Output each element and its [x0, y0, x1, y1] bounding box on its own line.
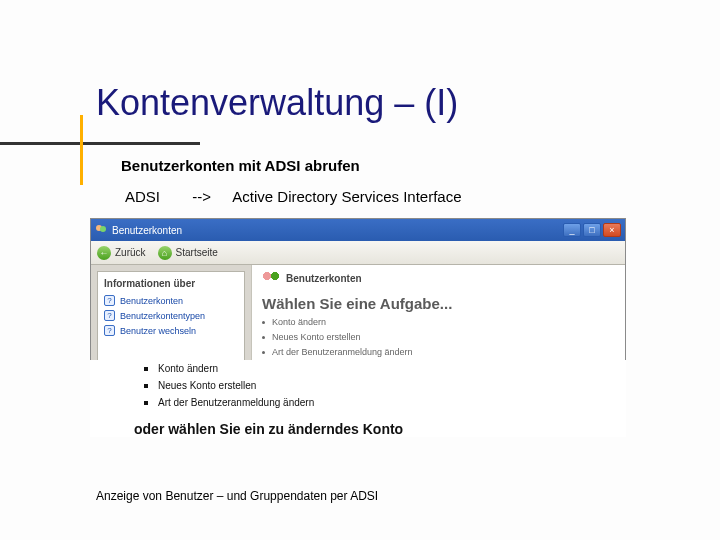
side-item[interactable]: ? Benutzerkonten	[104, 293, 238, 308]
home-icon: ⌂	[158, 246, 172, 260]
side-header: Informationen über	[104, 278, 238, 289]
category-label: Benutzerkonten	[286, 273, 362, 284]
side-item-label: Benutzerkonten	[120, 296, 183, 306]
side-item[interactable]: ? Benutzer wechseln	[104, 323, 238, 338]
def-expansion: Active Directory Services Interface	[232, 188, 461, 205]
users-icon	[262, 271, 280, 285]
or-choose-heading: oder wählen Sie ein zu änderndes Konto	[90, 421, 626, 437]
titlebar: Benutzerkonten _ □ ×	[91, 219, 625, 241]
side-item-label: Benutzerkontentypen	[120, 311, 205, 321]
task-link[interactable]: Neues Konto erstellen	[90, 377, 626, 394]
window-title: Benutzerkonten	[112, 225, 182, 236]
toolbar: ← Zurück ⌂ Startseite	[91, 241, 625, 265]
back-label: Zurück	[115, 247, 146, 258]
help-icon: ?	[104, 295, 115, 306]
back-button[interactable]: ← Zurück	[97, 246, 146, 260]
def-term: ADSI	[125, 188, 160, 205]
side-item-label: Benutzer wechseln	[120, 326, 196, 336]
slide-caption: Anzeige von Benutzer – und Gruppendaten …	[96, 489, 378, 503]
task-link[interactable]: Neues Konto erstellen	[262, 332, 615, 342]
slide: Kontenverwaltung – (I) Benutzerkonten mi…	[0, 0, 720, 540]
home-button[interactable]: ⌂ Startseite	[158, 246, 218, 260]
category-line: Benutzerkonten	[262, 271, 615, 285]
help-icon: ?	[104, 310, 115, 321]
choose-task-heading: Wählen Sie eine Aufgabe...	[262, 295, 615, 312]
screenshot-window: Benutzerkonten _ □ × ← Zurück ⌂ Startsei…	[90, 218, 626, 378]
side-panel: Informationen über ? Benutzerkonten ? Be…	[97, 271, 245, 371]
task-link[interactable]: Konto ändern	[90, 360, 626, 377]
maximize-button[interactable]: □	[583, 223, 601, 237]
bullet-icon	[262, 336, 265, 339]
task-link[interactable]: Art der Benutzeranmeldung ändern	[90, 394, 626, 411]
task-label: Konto ändern	[158, 363, 218, 374]
task-label: Neues Konto erstellen	[272, 332, 361, 342]
help-icon: ?	[104, 325, 115, 336]
decor-horizontal-line	[0, 142, 200, 145]
bullet-icon	[144, 384, 148, 388]
arrow-icon: -->	[192, 188, 211, 205]
task-label: Konto ändern	[272, 317, 326, 327]
bullet-icon	[262, 321, 265, 324]
task-link[interactable]: Art der Benutzeranmeldung ändern	[262, 347, 615, 357]
app-icon	[95, 224, 107, 236]
task-link[interactable]: Konto ändern	[262, 317, 615, 327]
decor-vertical-line	[80, 115, 83, 185]
svg-point-1	[100, 226, 106, 232]
minimize-button[interactable]: _	[563, 223, 581, 237]
home-label: Startseite	[176, 247, 218, 258]
task-label: Art der Benutzeranmeldung ändern	[158, 397, 314, 408]
task-label: Art der Benutzeranmeldung ändern	[272, 347, 413, 357]
task-label: Neues Konto erstellen	[158, 380, 256, 391]
slide-title: Kontenverwaltung – (I)	[96, 82, 458, 124]
screenshot-underlay: Konto ändern Neues Konto erstellen Art d…	[90, 360, 626, 437]
close-button[interactable]: ×	[603, 223, 621, 237]
side-item[interactable]: ? Benutzerkontentypen	[104, 308, 238, 323]
back-icon: ←	[97, 246, 111, 260]
slide-subtitle: Benutzerkonten mit ADSI abrufen	[121, 157, 360, 174]
bullet-icon	[144, 367, 148, 371]
bullet-icon	[144, 401, 148, 405]
bullet-icon	[262, 351, 265, 354]
definition-line: ADSI --> Active Directory Services Inter…	[125, 188, 462, 205]
window-buttons: _ □ ×	[563, 223, 621, 237]
